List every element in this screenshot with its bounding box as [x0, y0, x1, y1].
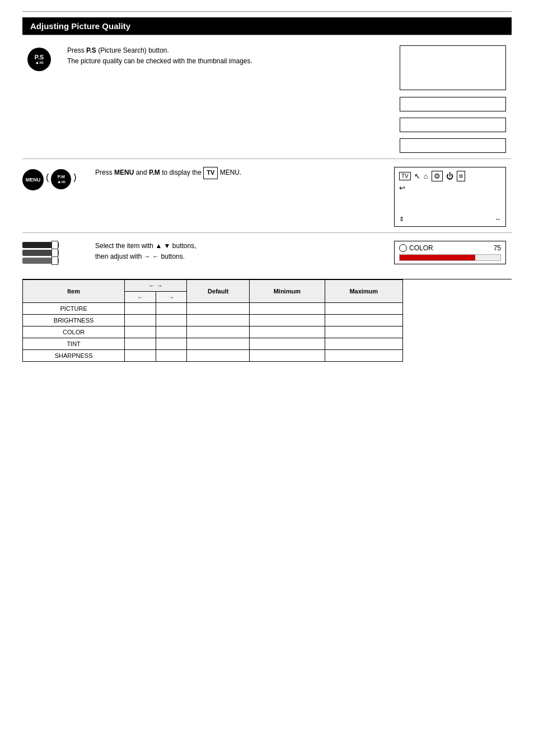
slider-item-3 — [22, 258, 90, 264]
row-brightness-left — [125, 315, 156, 326]
table-header-row: Item ← → Default Minimum Maximum — [23, 280, 403, 292]
row-tint-left — [125, 338, 156, 350]
row-picture-max — [325, 303, 403, 315]
icon-row-bottom: ⇕ ↔ — [399, 213, 501, 223]
row3-description: Select the item with ▲ ▼ buttons, then a… — [90, 241, 394, 264]
row-sharpness-default — [187, 350, 250, 362]
row-sharpness-min — [250, 350, 325, 362]
menu-button-icon: MENU — [22, 169, 44, 190]
return-icon: ↩ — [399, 184, 405, 192]
slider-group — [22, 242, 90, 264]
settings-icon: ⚙ — [432, 171, 443, 181]
row-sharpness-left — [125, 350, 156, 362]
page-container: Adjusting Picture Quality P.S ▲m Press P… — [0, 0, 534, 373]
pm-button-icon: P.M ▲m — [51, 169, 71, 189]
row-color-left — [125, 326, 156, 338]
col-default: Default — [187, 280, 250, 303]
table-row: BRIGHTNESS — [23, 315, 403, 326]
row2: MENU ( P.M ▲m ) Press MENU and P.M to di… — [22, 158, 512, 232]
row1-desc-text: Press P.S (Picture Search) button. The p… — [67, 45, 388, 78]
row1-left: P.S ▲m — [22, 45, 56, 153]
row-brightness-default — [187, 315, 250, 326]
top-divider — [22, 11, 512, 12]
screen-box-small-3 — [400, 138, 506, 153]
row-color-default — [187, 326, 250, 338]
slider-item-1 — [22, 242, 90, 248]
icon-menu-box: TV ↖ ⌂ ⚙ ⏻ ≡ ↩ ⇕ ↔ — [394, 167, 506, 227]
adjustment-table: Item ← → Default Minimum Maximum ← → PIC… — [22, 279, 403, 362]
row-color-label: COLOR — [23, 326, 125, 338]
color-icon-group: COLOR — [399, 244, 433, 252]
table-section: Item ← → Default Minimum Maximum ← → PIC… — [22, 279, 512, 362]
row-picture-min — [250, 303, 325, 315]
table-row: SHARPNESS — [23, 350, 403, 362]
row-tint-min — [250, 338, 325, 350]
row3: Select the item with ▲ ▼ buttons, then a… — [22, 232, 512, 270]
col-adjust: ← → — [125, 280, 187, 292]
row-brightness-min — [250, 315, 325, 326]
screen-box-large — [400, 45, 506, 90]
row3-color-display: COLOR 75 — [394, 241, 512, 264]
home-icon: ⌂ — [424, 172, 428, 180]
table-row: COLOR — [23, 326, 403, 338]
row1-screen-boxes — [400, 45, 512, 153]
screen-box-small-2 — [400, 118, 506, 132]
section-header: Adjusting Picture Quality — [22, 17, 512, 35]
tv-icon: TV — [203, 167, 218, 179]
row-sharpness-max — [325, 350, 403, 362]
row-brightness-label: BRIGHTNESS — [23, 315, 125, 326]
col-right-arrow: → — [156, 292, 187, 303]
ps-button-icon: P.S ▲m — [27, 48, 51, 71]
color-label: COLOR — [409, 244, 433, 252]
row-brightness-max — [325, 315, 403, 326]
color-display-box: COLOR 75 — [394, 241, 506, 264]
table-row: PICTURE — [23, 303, 403, 315]
color-progress-fill — [400, 255, 475, 260]
slider-item-2 — [22, 250, 90, 256]
row-tint-label: TINT — [23, 338, 125, 350]
row2-description: Press MENU and P.M to display the TV MEN… — [90, 167, 394, 227]
row-picture-default — [187, 303, 250, 315]
row-brightness-right — [156, 315, 187, 326]
color-value: 75 — [494, 244, 501, 252]
row-tint-max — [325, 338, 403, 350]
row3-desc-text: Select the item with ▲ ▼ buttons, then a… — [95, 241, 388, 262]
color-progress-bar — [399, 254, 501, 261]
table-row: TINT — [23, 338, 403, 350]
row-color-min — [250, 326, 325, 338]
row1: P.S ▲m Press P.S (Picture Search) button… — [22, 35, 512, 158]
row2-buttons: MENU ( P.M ▲m ) — [22, 167, 90, 227]
row-picture-label: PICTURE — [23, 303, 125, 315]
tv-menu-icon: TV — [399, 172, 411, 180]
main-content: P.S ▲m Press P.S (Picture Search) button… — [22, 35, 512, 362]
arrow-icon: ↖ — [414, 172, 420, 180]
row1-description: Press P.S (Picture Search) button. The p… — [56, 45, 400, 153]
row-color-right — [156, 326, 187, 338]
row-tint-default — [187, 338, 250, 350]
power-icon: ⏻ — [446, 172, 453, 180]
screen-box-small-1 — [400, 97, 506, 111]
icon-row-top: TV ↖ ⌂ ⚙ ⏻ ≡ — [399, 171, 501, 181]
row-sharpness-label: SHARPNESS — [23, 350, 125, 362]
row2-desc-text: Press MENU and P.M to display the TV MEN… — [95, 167, 388, 183]
row-tint-right — [156, 338, 187, 350]
color-label-row: COLOR 75 — [399, 244, 501, 252]
col-maximum: Maximum — [325, 280, 403, 303]
row-picture-right — [156, 303, 187, 315]
col-minimum: Minimum — [250, 280, 325, 303]
row3-sliders — [22, 241, 90, 264]
leftright-arrows-icon: ↔ — [495, 216, 501, 223]
color-circle-icon — [399, 244, 407, 252]
col-item: Item — [23, 280, 125, 303]
row-sharpness-right — [156, 350, 187, 362]
list-icon: ≡ — [457, 171, 466, 181]
icon-row-middle: ↩ — [399, 184, 501, 192]
updown-arrows-icon: ⇕ — [399, 216, 404, 223]
row2-icon-menu: TV ↖ ⌂ ⚙ ⏻ ≡ ↩ ⇕ ↔ — [394, 167, 512, 227]
row-picture-left — [125, 303, 156, 315]
col-left-arrow: ← — [125, 292, 156, 303]
row-color-max — [325, 326, 403, 338]
